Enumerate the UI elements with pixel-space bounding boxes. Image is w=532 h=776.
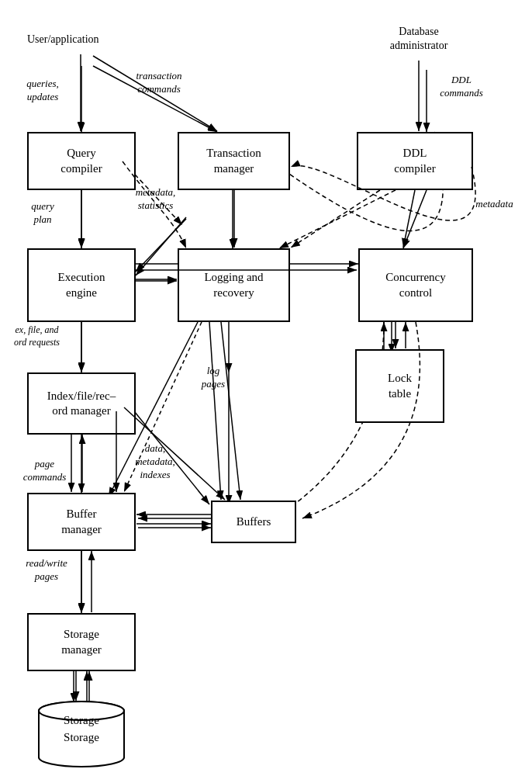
ddl-compiler-box: DDLcompiler [357, 132, 473, 190]
log-pages-label: logpages [186, 365, 240, 391]
index-file-record-requests-label: ex, file, andord requests [4, 324, 70, 348]
user-app-label: User/application [27, 33, 99, 47]
diagram: User/application Databaseadministrator q… [0, 0, 532, 776]
lock-table-box: Locktable [355, 349, 444, 423]
execution-engine-box: Executionengine [27, 248, 136, 322]
svg-line-61 [291, 190, 380, 248]
data-metadata-indexes-label: data,metadata,indexes [120, 442, 190, 482]
storage-shape [39, 702, 124, 757]
logging-recovery-box: Logging andrecovery [178, 248, 290, 322]
index-file-record-box: Index/file/rec–ord manager [27, 372, 136, 435]
metadata-label: metadata [465, 198, 523, 211]
buffers-box: Buffers [211, 501, 296, 543]
transaction-manager-box: Transactionmanager [178, 132, 290, 190]
svg-line-45 [209, 322, 221, 500]
queries-updates-label: queries,updates [16, 78, 70, 104]
metadata-statistics-label: metadata,statistics [115, 186, 196, 213]
ddl-commands-label: DDLcommands [430, 74, 492, 100]
storage-manager-box: Storagemanager [27, 613, 136, 671]
svg-line-62 [403, 190, 415, 248]
storage-label: Storage [39, 714, 124, 727]
svg-line-9 [279, 190, 396, 248]
read-write-pages-label: read/writepages [16, 557, 78, 584]
query-plan-label: queryplan [16, 200, 70, 227]
db-admin-label: Databaseadministrator [372, 25, 465, 53]
concurrency-control-box: Concurrencycontrol [358, 248, 473, 322]
buffer-manager-box: Buffermanager [27, 493, 136, 551]
transaction-commands-label: transactioncommands [112, 70, 206, 96]
svg-line-10 [403, 190, 427, 248]
svg-line-46 [221, 322, 240, 500]
query-compiler-box: Querycompiler [27, 132, 136, 190]
page-commands-label: pagecommands [16, 458, 74, 484]
